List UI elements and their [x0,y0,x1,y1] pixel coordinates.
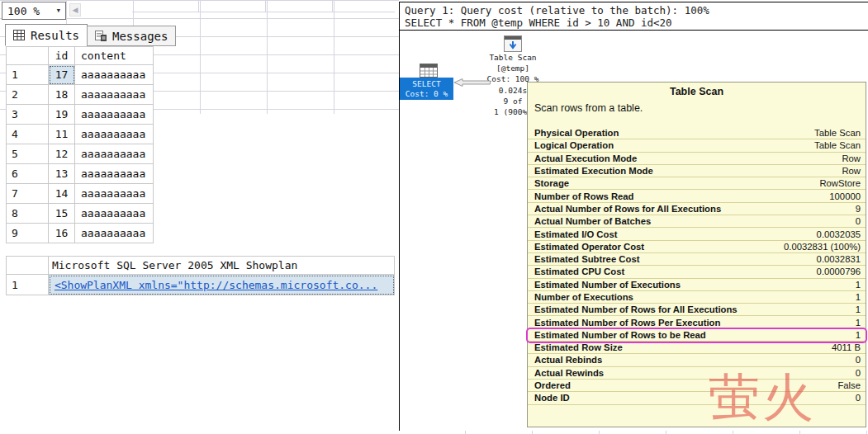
tooltip-row-label: Node ID [534,393,570,403]
results-cell-id[interactable]: 14 [49,184,75,204]
select-node[interactable]: SELECT Cost: 0 % [400,78,453,100]
results-cell-id[interactable]: 12 [49,144,75,164]
showplan-xml-link[interactable]: <ShowPlanXML xmlns="http://schemas.micro… [55,279,377,291]
results-column-header-content[interactable]: content [75,47,154,65]
results-cell-content[interactable]: aaaaaaaaaa [75,184,154,204]
results-row-number[interactable]: 5 [7,144,49,164]
tooltip-row: OrderedFalse [528,380,866,392]
tooltip-row-label: Storage [534,178,569,188]
results-cell-id[interactable]: 13 [49,164,75,184]
tab-results[interactable]: Results [5,24,88,46]
tooltip-description: Scan rows from a table. [528,101,866,115]
results-cell-id[interactable]: 18 [49,85,75,105]
chevron-down-icon: ▼ [57,7,60,14]
results-cell-content[interactable]: aaaaaaaaaa [75,65,154,85]
tooltip-row-label: Estimated Execution Mode [534,166,653,176]
results-header-row: idcontent [7,47,154,65]
select-node-label: SELECT [400,79,453,89]
zoom-dropdown[interactable]: 100 % ▼ [2,2,66,20]
tooltip-row: Number of Rows Read100000 [528,190,866,202]
tooltip-row-value: False [837,380,861,390]
showplan-link-cell[interactable]: <ShowPlanXML xmlns="http://schemas.micro… [49,275,395,295]
tooltip-row: Actual Rewinds0 [528,367,866,380]
tooltip-row: Estimated Number of Rows for All Executi… [528,304,866,316]
tooltip-row-label: Number of Rows Read [534,191,634,201]
results-row-number[interactable]: 1 [7,65,49,85]
tooltip-row-label: Actual Number of Rows for All Executions [534,204,721,214]
results-cell-content[interactable]: aaaaaaaaaa [75,85,154,105]
tooltip-row-label: Estimated I/O Cost [534,229,617,239]
table-scan-icon[interactable] [504,35,522,52]
tab-messages[interactable]: Messages [87,26,176,46]
tooltip-row-label: Actual Rewinds [534,368,604,378]
tooltip-row: Estimated I/O Cost0.0032035 [528,228,866,240]
results-row-number[interactable]: 7 [7,184,49,204]
tooltip-row-value: Table Scan [814,140,861,150]
tooltip-row-label: Actual Rebinds [534,355,602,365]
tooltip-row-value: 0.0032035 [817,229,861,239]
results-row: 714aaaaaaaaaa [7,184,154,204]
tooltip-row-value: 0 [856,393,861,403]
tab-results-label: Results [31,29,79,42]
results-row-number[interactable]: 9 [7,224,49,243]
results-cell-id[interactable]: 16 [49,224,75,243]
tooltip-row: Estimated Operator Cost0.0032831 (100%) [528,241,866,253]
results-row-number[interactable]: 2 [7,85,49,105]
tooltip-row: Actual Execution ModeRow [528,153,866,165]
results-row: 411aaaaaaaaaa [7,125,154,144]
showplan-grid: Microsoft SQL Server 2005 XML Showplan 1… [6,256,395,295]
results-row: 218aaaaaaaaaa [7,85,154,105]
results-row: 319aaaaaaaaaa [7,105,154,125]
tooltip-row-label: Estimated Number of Executions [534,280,681,290]
results-cell-content[interactable]: aaaaaaaaaa [75,144,154,164]
results-cell-content[interactable]: aaaaaaaaaa [75,204,154,224]
tooltip-row-value: 0.0000796 [817,267,861,276]
tooltip-row-label: Estimated Number of Rows to be Read [534,330,706,340]
results-cell-content[interactable]: aaaaaaaaaa [75,164,154,184]
plan-arrow-icon [453,78,491,87]
results-cell-id[interactable]: 11 [49,125,75,144]
messages-icon [95,31,107,41]
results-cell-id[interactable]: 19 [49,105,75,125]
excel-gridlines-bottom-right [399,431,868,434]
select-node-cost: Cost: 0 % [400,89,453,99]
results-cell-id[interactable]: 17 [49,65,75,85]
results-cell-content[interactable]: aaaaaaaaaa [75,105,154,125]
tooltip-row: Estimated Row Size4011 B [528,342,866,354]
table-scan-node-line: Table Scan [447,52,579,63]
results-row-number[interactable]: 6 [7,164,49,184]
tooltip-row-value: 0.0032831 [817,254,861,264]
tooltip-row-value: 1 [856,304,861,314]
tooltip-row: Estimated Number of Rows Per Execution1 [528,316,866,328]
results-corner-cell[interactable] [7,47,49,65]
showplan-column-header[interactable]: Microsoft SQL Server 2005 XML Showplan [49,257,395,275]
tooltip-row: Estimated Number of Rows to be Read1 [528,329,866,342]
tooltip-row-value: Row [842,166,861,176]
tooltip-row-value: Table Scan [814,128,861,138]
execution-plan-pane: Query 1: Query cost (relative to the bat… [399,2,868,431]
tooltip-row: StorageRowStore [528,177,866,190]
tooltip-row-label: Estimated Number of Rows for All Executi… [534,304,738,314]
results-row-number[interactable]: 3 [7,105,49,125]
results-row-number[interactable]: 4 [7,125,49,144]
zoom-value: 100 % [7,5,40,17]
tooltip-row-value: Row [842,153,861,163]
results-cell-content[interactable]: aaaaaaaaaa [75,125,154,144]
results-column-header-id[interactable]: id [49,47,75,65]
results-row-number[interactable]: 8 [7,204,49,224]
tooltip-row-value: 0 [856,368,861,378]
tooltip-title: Table Scan [528,85,866,98]
scroll-left-button[interactable]: ◀ [69,3,81,17]
results-cell-content[interactable]: aaaaaaaaaa [75,224,154,243]
results-row: 117aaaaaaaaaa [7,65,154,85]
showplan-corner-cell[interactable] [7,257,49,275]
tooltip-row-value: 1 [856,280,861,290]
showplan-row-number[interactable]: 1 [7,275,49,295]
tooltip-row: Logical OperationTable Scan [528,139,866,152]
tooltip-row-label: Estimated CPU Cost [534,267,624,276]
tooltip-row: Estimated Execution ModeRow [528,165,866,177]
screenshot-canvas: 100 % ▼ ◀ Results Messages idcontent117a… [0,0,868,434]
tooltip-row-value: 0 [856,216,861,226]
results-cell-id[interactable]: 15 [49,204,75,224]
table-scan-tooltip: Table Scan Scan rows from a table. Physi… [527,82,866,427]
